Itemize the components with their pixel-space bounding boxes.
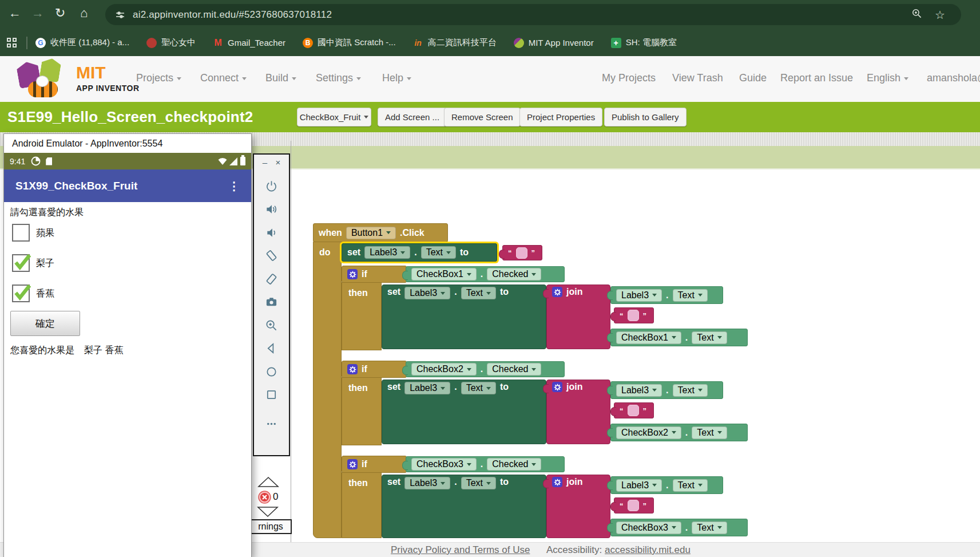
menu-help[interactable]: Help (382, 72, 411, 84)
component-dropdown[interactable]: Label3 (616, 289, 662, 302)
project-properties-button[interactable]: Project Properties (519, 108, 602, 127)
show-warnings-button[interactable]: rnings (249, 519, 292, 534)
back-icon[interactable] (265, 342, 278, 355)
url-bar[interactable]: ai2.appinventor.mit.edu/#523768063701811… (105, 4, 961, 25)
reload-icon[interactable]: ↻ (55, 6, 65, 21)
site-settings-icon[interactable] (116, 10, 125, 19)
rotate-right-icon[interactable] (265, 272, 278, 286)
mutator-gear-icon[interactable] (552, 287, 562, 297)
mutator-gear-icon[interactable] (347, 364, 358, 374)
menu-build[interactable]: Build (265, 72, 296, 84)
close-button[interactable]: × (276, 157, 281, 167)
string-input[interactable] (628, 405, 639, 416)
property-dropdown[interactable]: Text (692, 331, 727, 344)
property-dropdown[interactable]: Text (461, 477, 496, 489)
rotate-left-icon[interactable] (265, 249, 278, 262)
block-checkbox2-checked-getter[interactable]: CheckBox2 . Checked (406, 361, 565, 377)
emulator-checkbox-2[interactable] (12, 285, 30, 302)
block-set-label3-text-empty[interactable]: set Label3 . Text to (342, 243, 497, 262)
property-dropdown[interactable]: Text (692, 522, 727, 534)
screenshot-camera-icon[interactable] (265, 295, 278, 309)
link-view-trash[interactable]: View Trash (672, 72, 723, 84)
language-selector[interactable]: English (867, 72, 908, 84)
block-when-body[interactable] (313, 242, 342, 538)
volume-down-icon[interactable] (265, 226, 278, 239)
component-dropdown[interactable]: Label3 (404, 382, 450, 394)
block-if[interactable]: if (342, 456, 407, 473)
block-label3-text-getter[interactable]: Label3 . Text (610, 476, 723, 494)
kebab-menu-icon[interactable]: ⋮ (228, 179, 240, 193)
block-checkbox2-text-getter[interactable]: CheckBox2 . Text (610, 424, 748, 441)
property-dropdown[interactable]: Text (692, 426, 727, 439)
string-input[interactable] (628, 310, 639, 321)
component-dropdown[interactable]: CheckBox1 (411, 268, 477, 281)
mutator-gear-icon[interactable] (552, 382, 562, 392)
minimize-button[interactable]: – (263, 157, 267, 167)
block-space-string[interactable]: “” (614, 497, 654, 513)
block-space-string[interactable]: “” (614, 307, 654, 323)
warning-up-triangle-icon[interactable] (257, 476, 279, 488)
link-guide[interactable]: Guide (739, 72, 767, 84)
block-checkbox1-checked-getter[interactable]: CheckBox1 . Checked (406, 266, 565, 282)
bookmark-star-icon[interactable]: ☆ (935, 8, 945, 22)
property-dropdown[interactable]: Text (421, 246, 456, 259)
block-join[interactable]: join (546, 475, 610, 538)
property-dropdown[interactable]: Checked (487, 363, 541, 376)
menu-settings[interactable]: Settings (316, 72, 361, 84)
accessibility-link[interactable]: accessibility.mit.edu (605, 544, 691, 555)
block-label3-text-getter[interactable]: Label3 . Text (610, 286, 723, 304)
home-icon[interactable] (265, 365, 278, 378)
privacy-link[interactable]: Privacy Policy and Terms of Use (391, 544, 530, 556)
bookmark-appinventor[interactable]: MIT App Inventor (514, 38, 594, 48)
component-dropdown[interactable]: Label3 (616, 479, 662, 492)
component-dropdown[interactable]: Button1 (346, 227, 396, 239)
string-input[interactable] (628, 500, 639, 511)
mutator-gear-icon[interactable] (347, 269, 358, 279)
back-icon[interactable]: ← (9, 6, 21, 21)
apps-grid-icon[interactable] (7, 38, 17, 48)
more-options-icon[interactable] (265, 417, 278, 430)
emulator-checkbox-1[interactable] (12, 254, 30, 272)
block-set-label3-text-join[interactable]: set Label3 . Text to (382, 285, 546, 349)
property-dropdown[interactable]: Checked (487, 458, 541, 471)
block-join[interactable]: join (546, 380, 610, 444)
property-dropdown[interactable]: Text (673, 479, 708, 492)
component-dropdown[interactable]: CheckBox2 (411, 363, 477, 376)
menu-connect[interactable]: Connect (200, 72, 247, 84)
component-dropdown[interactable]: Label3 (404, 477, 450, 489)
property-dropdown[interactable]: Checked (487, 268, 541, 281)
overview-icon[interactable] (265, 388, 278, 401)
remove-screen-button[interactable]: Remove Screen (444, 108, 521, 127)
bookmark-school[interactable]: 聖心女中 (146, 37, 196, 48)
zoom-icon[interactable] (911, 8, 922, 21)
component-dropdown[interactable]: Label3 (616, 384, 662, 397)
power-icon[interactable] (265, 180, 278, 193)
block-checkbox3-checked-getter[interactable]: CheckBox3 . Checked (406, 456, 565, 472)
mutator-gear-icon[interactable] (347, 459, 358, 469)
block-if[interactable]: if (342, 361, 407, 378)
emulator-window[interactable]: Android Emulator - AppInventor:5554 9:41… (3, 133, 252, 557)
block-if[interactable]: if (342, 266, 407, 283)
forward-icon[interactable]: → (31, 6, 44, 21)
property-dropdown[interactable]: Text (673, 384, 708, 397)
block-when-event[interactable]: when Button1 .Click (313, 223, 448, 242)
component-dropdown[interactable]: CheckBox1 (616, 331, 681, 344)
property-dropdown[interactable]: Text (673, 289, 708, 302)
warning-down-triangle-icon[interactable] (257, 506, 279, 518)
bookmark-classroom[interactable]: + SH: 電腦教室 (611, 37, 677, 48)
account-email[interactable]: amanshola@ (927, 72, 980, 84)
volume-up-icon[interactable] (265, 203, 278, 216)
block-join[interactable]: join (546, 285, 610, 349)
component-dropdown[interactable]: CheckBox2 (616, 426, 681, 439)
bookmark-gmail[interactable]: M Gmail_Teacher (213, 38, 285, 48)
property-dropdown[interactable]: Text (461, 382, 496, 394)
link-my-projects[interactable]: My Projects (602, 72, 656, 84)
block-set-label3-text-join[interactable]: set Label3 . Text to (382, 475, 546, 538)
component-dropdown[interactable]: Label3 (404, 287, 450, 299)
link-report-issue[interactable]: Report an Issue (780, 72, 853, 84)
property-dropdown[interactable]: Text (461, 287, 496, 299)
emulator-checkbox-0[interactable] (12, 224, 30, 242)
publish-to-gallery-button[interactable]: Publish to Gallery (604, 108, 687, 127)
confirm-button[interactable]: 確定 (10, 311, 80, 336)
bookmark-inbox[interactable]: G 收件匣 (11,884) - a... (35, 37, 129, 48)
